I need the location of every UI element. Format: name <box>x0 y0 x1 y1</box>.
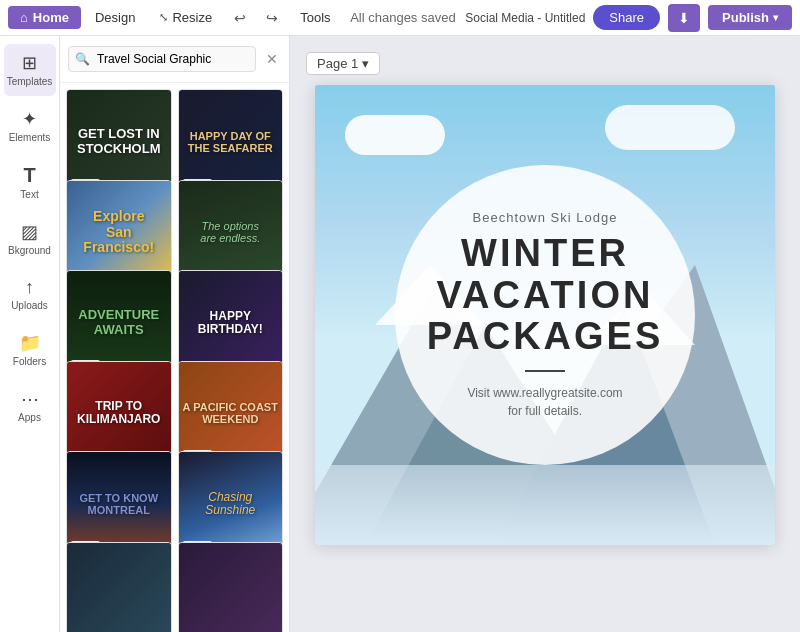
lodge-name: Beechtown Ski Lodge <box>473 210 618 225</box>
elements-icon: ✦ <box>22 108 37 130</box>
title-line2: VACATION <box>437 274 654 316</box>
resize-button[interactable]: ⤡ Resize <box>149 6 222 29</box>
templates-icon: ⊞ <box>22 52 37 74</box>
template-card-stockholm[interactable]: GET LOST INSTOCKHOLM FREE <box>66 89 172 195</box>
title-line3: PACKAGES <box>427 315 664 357</box>
sidebar-item-uploads[interactable]: ↑ Uploads <box>4 269 56 320</box>
home-label: Home <box>33 10 69 25</box>
tools-label: Tools <box>300 10 330 25</box>
divider-line <box>525 370 565 372</box>
text-label: Text <box>20 189 38 201</box>
tools-button[interactable]: Tools <box>290 6 340 29</box>
sidebar-item-background[interactable]: ▨ Bkground <box>4 213 56 265</box>
template-card-bg: A PACIFIC COASTWEEKEND FREE <box>179 362 283 466</box>
main-title: WINTER VACATION PACKAGES <box>427 233 664 358</box>
uploads-label: Uploads <box>11 300 48 312</box>
template-card-bg: GET TO KNOWMONTREAL FREE <box>67 452 171 556</box>
nav-right-section: Social Media - Untitled Share ⬇ Publish … <box>465 4 792 32</box>
design-label: Design <box>95 10 135 25</box>
search-icon: 🔍 <box>75 52 90 66</box>
sidebar-item-elements[interactable]: ✦ Elements <box>4 100 56 152</box>
canvas-frame[interactable]: Beechtown Ski Lodge WINTER VACATION PACK… <box>315 85 775 545</box>
search-bar: 🔍 ✕ <box>60 36 289 83</box>
main-layout: ⊞ Templates ✦ Elements T Text ▨ Bkground… <box>0 36 800 632</box>
template-card-text: A PACIFIC COASTWEEKEND <box>179 397 282 429</box>
apps-icon: ⋯ <box>21 388 39 410</box>
subtitle-text: Visit www.reallygreatsite.comfor full de… <box>467 384 622 420</box>
template-card-bg <box>67 543 171 633</box>
template-card-sunshine[interactable]: ChasingSunshine FREE <box>178 451 284 557</box>
search-clear-button[interactable]: ✕ <box>262 49 282 69</box>
template-card-text: GET LOST INSTOCKHOLM <box>73 123 165 160</box>
publish-button[interactable]: Publish ▾ <box>708 5 792 30</box>
snow-ground <box>315 465 775 545</box>
uploads-icon: ↑ <box>25 277 34 298</box>
publish-chevron-icon: ▾ <box>773 12 778 23</box>
icon-sidebar: ⊞ Templates ✦ Elements T Text ▨ Bkground… <box>0 36 60 632</box>
template-card-bg: ADVENTUREAWAITS FREE <box>67 271 171 375</box>
template-card-bg: ChasingSunshine FREE <box>179 452 283 556</box>
doc-title: Social Media - Untitled <box>465 11 585 25</box>
template-card-birthday[interactable]: HAPPYBIRTHDAY! <box>178 270 284 376</box>
title-line1: WINTER <box>461 232 629 274</box>
search-wrap: 🔍 <box>68 46 256 72</box>
template-card-text: ExploreSanFrancisco! <box>79 205 158 259</box>
background-icon: ▨ <box>21 221 38 243</box>
elements-label: Elements <box>9 132 51 144</box>
undo-button[interactable]: ↩ <box>226 4 254 32</box>
template-card-bg: The optionsare endless. <box>179 181 283 285</box>
text-icon: T <box>23 164 35 187</box>
home-icon: ⌂ <box>20 10 28 25</box>
folders-icon: 📁 <box>19 332 41 354</box>
template-card-montreal[interactable]: GET TO KNOWMONTREAL FREE <box>66 451 172 557</box>
top-navigation: ⌂ Home Design ⤡ Resize ↩ ↪ Tools All cha… <box>0 0 800 36</box>
template-card-text: HAPPY DAY OFTHE SEAFARER <box>184 126 277 158</box>
folders-label: Folders <box>13 356 46 368</box>
template-card-generic1[interactable] <box>66 542 172 633</box>
sidebar-item-templates[interactable]: ⊞ Templates <box>4 44 56 96</box>
sidebar-item-text[interactable]: T Text <box>4 156 56 209</box>
template-card-bg <box>179 543 283 633</box>
resize-label: Resize <box>172 10 212 25</box>
template-card-bg: HAPPY DAY OFTHE SEAFARER FREE <box>179 90 283 194</box>
template-card-generic2[interactable] <box>178 542 284 633</box>
apps-label: Apps <box>18 412 41 424</box>
download-icon: ⬇ <box>678 10 690 26</box>
template-card-text: TRIP TOKILIMANJARO <box>73 396 164 430</box>
template-card-text: The optionsare endless. <box>196 216 264 248</box>
design-button[interactable]: Design <box>85 6 145 29</box>
download-button[interactable]: ⬇ <box>668 4 700 32</box>
canvas-background: Beechtown Ski Lodge WINTER VACATION PACK… <box>315 85 775 545</box>
save-status: All changes saved <box>345 10 462 25</box>
sidebar-item-apps[interactable]: ⋯ Apps <box>4 380 56 432</box>
template-card-bg: HAPPYBIRTHDAY! <box>179 271 283 375</box>
resize-icon: ⤡ <box>159 11 168 24</box>
template-card-bg: TRIP TOKILIMANJARO <box>67 362 171 466</box>
canvas-area: Page 1 ▾ Bee <box>290 36 800 632</box>
template-card-adventure[interactable]: ADVENTUREAWAITS FREE <box>66 270 172 376</box>
template-card-text: ChasingSunshine <box>201 487 259 521</box>
template-card-text: ADVENTUREAWAITS <box>74 304 163 341</box>
template-card-text: GET TO KNOWMONTREAL <box>75 488 162 520</box>
background-label: Bkground <box>8 245 51 257</box>
page-indicator[interactable]: Page 1 ▾ <box>306 52 380 75</box>
page-indicator-chevron-icon: ▾ <box>362 56 369 71</box>
template-card-text: HAPPYBIRTHDAY! <box>194 306 267 340</box>
template-card-bg: ExploreSanFrancisco! <box>67 181 171 285</box>
template-panel: 🔍 ✕ GET LOST INSTOCKHOLM FREE HAPPY DAY … <box>60 36 290 632</box>
page-indicator-label: Page 1 <box>317 56 358 71</box>
share-button[interactable]: Share <box>593 5 660 30</box>
templates-label: Templates <box>7 76 53 88</box>
templates-grid: GET LOST INSTOCKHOLM FREE HAPPY DAY OFTH… <box>60 83 289 632</box>
template-card-seafarer[interactable]: HAPPY DAY OFTHE SEAFARER FREE <box>178 89 284 195</box>
sidebar-item-folders[interactable]: 📁 Folders <box>4 324 56 376</box>
redo-button[interactable]: ↪ <box>258 4 286 32</box>
cloud-left <box>345 115 445 155</box>
publish-label: Publish <box>722 10 769 25</box>
template-card-bg: GET LOST INSTOCKHOLM FREE <box>67 90 171 194</box>
home-button[interactable]: ⌂ Home <box>8 6 81 29</box>
circle-overlay: Beechtown Ski Lodge WINTER VACATION PACK… <box>395 165 695 465</box>
cloud-right <box>605 105 735 150</box>
search-input[interactable] <box>68 46 256 72</box>
